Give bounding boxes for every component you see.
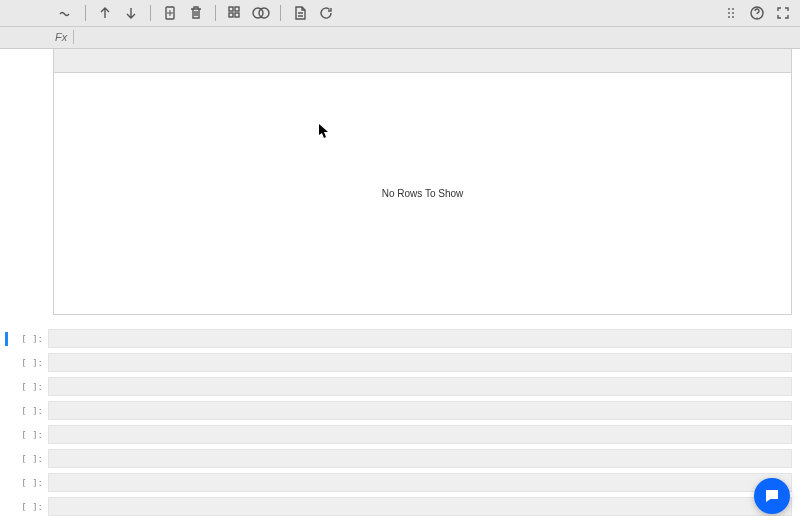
svg-rect-4 [235,13,239,17]
cell-label: [ ]: [8,406,48,416]
expand-icon[interactable] [772,2,794,24]
svg-point-12 [732,16,734,18]
arrow-down-icon[interactable] [120,2,142,24]
cell-row[interactable]: [ ]: [0,425,800,444]
cell-row[interactable]: [ ]: [0,449,800,468]
cell-input[interactable] [48,449,792,468]
chat-icon[interactable] [754,478,790,514]
cell-label: [ ]: [8,382,48,392]
cell-label: [ ]: [8,334,48,344]
svg-point-7 [728,8,730,10]
overlap-circles-icon[interactable] [250,2,272,24]
cell-input[interactable] [48,401,792,420]
trash-icon[interactable] [185,2,207,24]
cell-input[interactable] [48,377,792,396]
cell-input[interactable] [48,473,792,492]
cell-label: [ ]: [8,454,48,464]
fx-input[interactable] [74,27,800,48]
separator [85,5,86,21]
separator [280,5,281,21]
svg-point-8 [732,8,734,10]
svg-point-11 [728,16,730,18]
svg-rect-2 [235,7,239,11]
svg-point-6 [259,8,269,18]
svg-point-9 [728,12,730,14]
cell-label: [ ]: [8,430,48,440]
fx-label: Fx [55,30,74,44]
copy-icon[interactable] [159,2,181,24]
cell-label: [ ]: [8,502,48,512]
formula-bar: Fx [0,27,800,49]
cells-container: [ ]: [ ]: [ ]: [ ]: [ ]: [ ]: [0,329,800,516]
cell-row[interactable]: [ ]: [0,473,800,492]
svg-rect-3 [229,13,233,17]
cell-row[interactable]: [ ]: [0,497,800,516]
separator [215,5,216,21]
cell-row[interactable]: [ ]: [0,401,800,420]
grid-body: No Rows To Show [53,73,792,315]
cell-row[interactable]: [ ]: [0,377,800,396]
grid-icon[interactable] [224,2,246,24]
tilde-icon[interactable] [55,2,77,24]
cell-input[interactable] [48,497,792,516]
cell-label: [ ]: [8,358,48,368]
cell-label: [ ]: [8,478,48,488]
note-icon[interactable] [289,2,311,24]
grid-empty-message: No Rows To Show [382,188,464,199]
cell-input[interactable] [48,329,792,348]
help-icon[interactable] [746,2,768,24]
toolbar [0,0,800,27]
cell-input[interactable] [48,425,792,444]
grid-column-header [53,49,792,73]
cell-row[interactable]: [ ]: [0,353,800,372]
arrow-up-icon[interactable] [94,2,116,24]
svg-point-10 [732,12,734,14]
svg-rect-1 [229,7,233,11]
cell-row[interactable]: [ ]: [0,329,800,348]
refresh-icon[interactable] [315,2,337,24]
drag-handle-icon[interactable] [720,2,742,24]
cell-input[interactable] [48,353,792,372]
separator [150,5,151,21]
